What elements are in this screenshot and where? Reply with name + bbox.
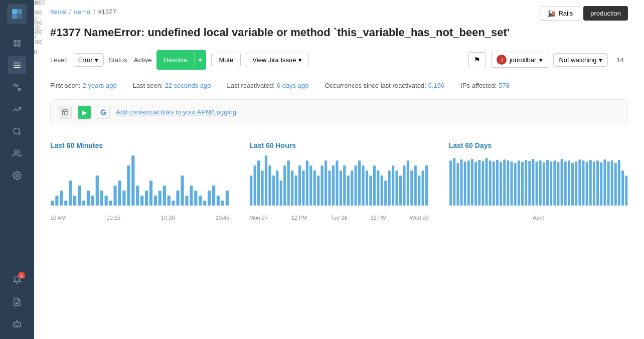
integration-icon-1 [59,106,72,119]
occurrences-stat: Occurrences since last reactivated: 6,16… [325,82,444,89]
level-value: Error [78,56,93,64]
svg-rect-95 [388,171,391,206]
svg-rect-123 [507,160,509,206]
level-label: Level: [50,56,68,64]
svg-rect-148 [596,160,599,206]
svg-rect-87 [358,160,361,206]
svg-rect-38 [145,191,148,206]
svg-rect-91 [373,165,376,206]
integration-link[interactable]: Add contextual links to your APM/Logging [116,108,236,116]
breadcrumb-sep-2: / [93,8,95,16]
svg-rect-46 [181,176,184,206]
svg-rect-66 [280,181,282,206]
watching-button[interactable]: Not watching ▾ [553,53,607,67]
svg-rect-100 [407,160,409,206]
svg-rect-139 [564,161,566,206]
ips-value[interactable]: 578 [499,82,510,89]
main-content: Items / demo / #1377 🚂 Rails production … [34,0,644,339]
svg-rect-102 [414,165,417,206]
sidebar-item-dashboard[interactable] [8,34,26,52]
breadcrumb-items[interactable]: Items [50,8,66,16]
svg-rect-85 [351,171,353,206]
svg-rect-26 [91,196,94,206]
last-reactivated-value[interactable]: 6 days ago [277,82,309,89]
svg-rect-37 [140,196,143,206]
env-buttons: 🚂 Rails production [540,6,628,21]
sidebar-item-bot[interactable] [8,315,26,333]
sidebar-item-search[interactable] [8,122,26,140]
svg-rect-127 [521,162,524,206]
svg-rect-144 [582,160,584,206]
sidebar-item-settings[interactable] [8,166,26,185]
user-avatar: J [497,55,507,65]
svg-rect-151 [607,161,609,206]
status-value: Active [134,56,151,64]
svg-rect-32 [118,181,121,206]
sidebar-item-notifications[interactable]: 1 [8,271,26,289]
sidebar-item-logs[interactable] [8,293,26,311]
svg-rect-41 [158,191,162,206]
svg-rect-39 [149,181,152,206]
svg-rect-55 [221,201,224,206]
resolve-label: Resolve [156,53,194,67]
svg-rect-78 [325,160,327,206]
sidebar: 1 [0,0,34,339]
flag-button[interactable]: ⚑ [468,52,486,67]
svg-rect-88 [362,165,365,206]
svg-rect-30 [109,201,112,206]
sidebar-item-deploys[interactable] [8,100,26,118]
user-button[interactable]: J jonrollbar ▾ [491,52,548,68]
sidebar-item-people[interactable] [8,144,26,162]
sidebar-item-items[interactable] [8,56,26,74]
chart-60-minutes-title: Last 60 Minutes [50,141,229,149]
jira-button[interactable]: View Jira Issue ▾ [246,53,308,67]
svg-rect-0 [12,9,17,14]
mute-button[interactable]: Mute [211,53,241,67]
svg-rect-97 [396,171,398,206]
svg-rect-134 [546,160,549,206]
app-logo[interactable] [7,4,27,24]
last-seen-value[interactable]: 22 seconds ago [165,82,211,89]
svg-rect-92 [377,171,380,206]
svg-rect-140 [568,160,570,206]
svg-rect-71 [298,165,301,206]
level-select[interactable]: Error ▾ [73,53,104,67]
svg-rect-47 [185,196,188,206]
svg-rect-31 [113,186,116,206]
svg-rect-24 [82,201,85,206]
svg-rect-80 [332,165,335,206]
svg-rect-72 [302,171,305,206]
svg-rect-99 [403,165,406,206]
first-seen-label: First seen: [50,82,81,89]
svg-rect-76 [317,176,319,206]
svg-point-7 [15,150,18,153]
resolve-dropdown-icon[interactable]: ▾ [194,53,206,67]
svg-rect-110 [460,159,462,206]
watching-label: Not watching [559,56,596,64]
occurrences-value[interactable]: 6,166 [428,82,445,89]
jira-label: View Jira Issue [252,56,296,64]
svg-rect-129 [528,161,531,206]
svg-rect-120 [496,160,499,206]
svg-rect-75 [313,171,316,206]
status-label: Status: [109,56,129,64]
last-reactivated-label: Last reactivated: [227,82,274,89]
svg-rect-98 [399,176,402,206]
svg-rect-131 [535,161,538,206]
svg-rect-11 [14,322,21,327]
svg-rect-19 [60,191,63,206]
resolve-button[interactable]: Resolve ▾ [156,50,206,70]
svg-rect-104 [422,171,424,206]
production-env-button[interactable]: production [583,6,628,21]
svg-rect-93 [381,176,383,206]
svg-rect-67 [283,165,286,206]
rails-env-button[interactable]: 🚂 Rails [540,6,580,21]
integration-icon-2: ▶ [78,106,91,119]
svg-rect-136 [553,160,556,206]
breadcrumb-demo[interactable]: demo [74,8,90,16]
svg-rect-79 [329,171,331,206]
svg-rect-48 [190,186,193,206]
svg-rect-150 [603,159,606,206]
first-seen-value[interactable]: 2 years ago [83,82,117,89]
sidebar-item-versions[interactable] [8,78,26,96]
